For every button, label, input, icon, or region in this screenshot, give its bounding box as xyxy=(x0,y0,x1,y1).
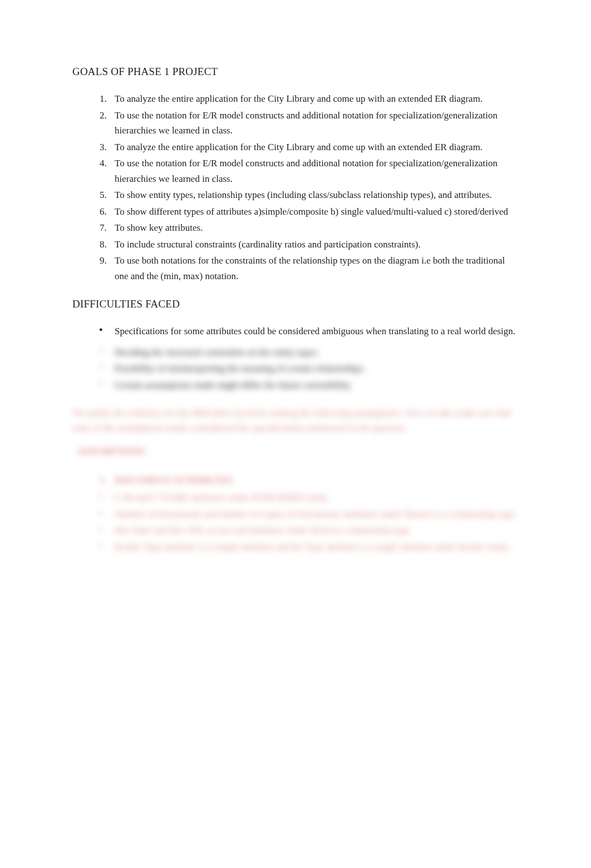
assumptions-heading: ASSUMPTIONS xyxy=(72,446,519,457)
blurred-section-title: DOCUMENT ATTRIBUTES xyxy=(115,475,233,485)
blurred-section-list: DOCUMENT ATTRIBUTES xyxy=(72,473,519,488)
list-item: DOCUMENT ATTRIBUTES xyxy=(109,473,519,488)
list-item: To analyze the entire application for th… xyxy=(109,140,519,155)
list-item: To analyze the entire application for th… xyxy=(109,91,519,107)
list-item: To show different types of attributes a)… xyxy=(109,204,519,220)
difficulties-list: Specifications for some attributes could… xyxy=(72,324,519,339)
goals-list: To analyze the entire application for th… xyxy=(72,91,519,284)
list-item: To use both notations for the constraint… xyxy=(109,253,519,284)
list-item: Reader Type attribute is a simple attrib… xyxy=(96,539,519,555)
blurred-sub-list: C ID and C NAME attributes under PUBLISH… xyxy=(72,490,519,554)
list-item: To use the notation for E/R model constr… xyxy=(109,156,519,186)
list-item: Number of Documents and number of copies… xyxy=(96,507,519,522)
goals-heading: GOALS OF PHASE 1 PROJECT xyxy=(72,66,519,78)
list-item: To show key attributes. xyxy=(109,220,519,236)
list-item: Certain assumptions made might differ th… xyxy=(96,378,519,393)
list-item: To use the notation for E/R model constr… xyxy=(109,108,519,138)
blurred-content: Deciding the structural constraints on t… xyxy=(72,345,519,554)
difficulties-list-blurred: Deciding the structural constraints on t… xyxy=(72,345,519,393)
difficulties-heading: DIFFICULTIES FACED xyxy=(72,298,519,310)
blurred-paragraph: We justify the solutions for the difficu… xyxy=(72,405,519,436)
list-item: Possibility of misinterpreting the meani… xyxy=(96,361,519,376)
list-item: Specifications for some attributes could… xyxy=(96,324,519,339)
list-item: Deciding the structural constraints on t… xyxy=(96,345,519,360)
list-item: Doc Date and Doc Title as text and attri… xyxy=(96,523,519,538)
list-item: C ID and C NAME attributes under PUBLISH… xyxy=(96,490,519,505)
list-item: To show entity types, relationship types… xyxy=(109,187,519,203)
list-item: To include structural constraints (cardi… xyxy=(109,237,519,252)
